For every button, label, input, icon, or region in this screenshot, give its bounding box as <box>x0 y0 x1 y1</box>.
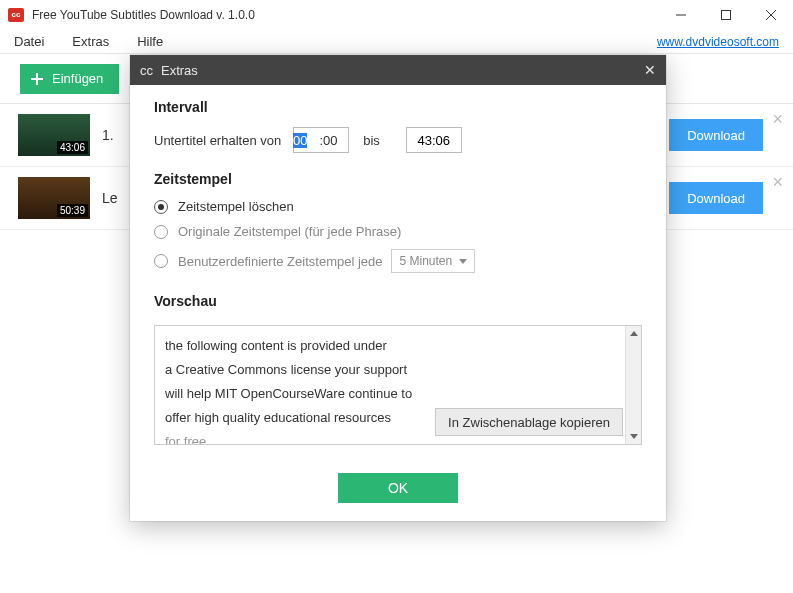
duration-badge: 50:39 <box>57 204 88 217</box>
thumbnail[interactable]: 43:06 <box>18 114 90 156</box>
radio-original-timestamps[interactable]: Originale Zeitstempel (für jede Phrase) <box>154 224 642 239</box>
scroll-down-icon <box>630 434 638 439</box>
interval-to-label: bis <box>363 133 380 148</box>
plus-icon <box>30 72 44 86</box>
dialog-close-button[interactable]: ✕ <box>632 62 656 78</box>
preview-line: will help MIT OpenCourseWare continue to <box>165 382 623 406</box>
copy-to-clipboard-button[interactable]: In Zwischenablage kopieren <box>435 408 623 436</box>
vendor-link[interactable]: www.dvdvideosoft.com <box>657 35 779 49</box>
app-icon: cc <box>140 63 153 78</box>
download-button[interactable]: Download <box>669 182 763 214</box>
minimize-button[interactable] <box>658 0 703 30</box>
window-titlebar: cc Free YouTube Subtitles Download v. 1.… <box>0 0 793 30</box>
svg-rect-1 <box>721 10 730 19</box>
radio-custom-timestamps[interactable]: Benutzerdefinierte Zeitstempel jede 5 Mi… <box>154 249 642 273</box>
timestamp-heading: Zeitstempel <box>154 171 642 187</box>
radio-icon <box>154 225 168 239</box>
ok-button[interactable]: OK <box>338 473 458 503</box>
window-title: Free YouTube Subtitles Download v. 1.0.0 <box>32 8 658 22</box>
radio-icon <box>154 254 168 268</box>
duration-badge: 43:06 <box>57 141 88 154</box>
menubar: Datei Extras Hilfe www.dvdvideosoft.com <box>0 30 793 54</box>
dialog-title: Extras <box>161 63 198 78</box>
dialog-footer: OK <box>130 459 666 521</box>
app-icon: cc <box>8 8 24 22</box>
dialog-titlebar: cc Extras ✕ <box>130 55 666 85</box>
preview-heading: Vorschau <box>154 293 642 309</box>
interval-label: Untertitel erhalten von <box>154 133 281 148</box>
start-time-input[interactable]: 00:00 <box>293 127 349 153</box>
select-value: 5 Minuten <box>400 254 453 268</box>
download-button[interactable]: Download <box>669 119 763 151</box>
radio-label: Originale Zeitstempel (für jede Phrase) <box>178 224 401 239</box>
preview-line: a Creative Commons license your support <box>165 358 623 382</box>
maximize-button[interactable] <box>703 0 748 30</box>
radio-icon <box>154 200 168 214</box>
start-time-selected: 00 <box>293 133 307 148</box>
custom-interval-select[interactable]: 5 Minuten <box>391 249 476 273</box>
scroll-up-icon <box>630 331 638 336</box>
remove-item-button[interactable]: × <box>772 110 783 128</box>
add-button[interactable]: Einfügen <box>20 64 119 94</box>
close-button[interactable] <box>748 0 793 30</box>
radio-label: Benutzerdefinierte Zeitstempel jede <box>178 254 383 269</box>
menu-hilfe[interactable]: Hilfe <box>137 34 163 49</box>
remove-item-button[interactable]: × <box>772 173 783 191</box>
interval-heading: Intervall <box>154 99 642 115</box>
interval-row: Untertitel erhalten von 00:00 bis <box>154 127 642 153</box>
scrollbar[interactable] <box>625 326 641 444</box>
menu-extras[interactable]: Extras <box>72 34 109 49</box>
radio-label: Zeitstempel löschen <box>178 199 294 214</box>
video-title-fragment: Le <box>102 190 118 206</box>
thumbnail[interactable]: 50:39 <box>18 177 90 219</box>
menu-datei[interactable]: Datei <box>14 34 44 49</box>
extras-dialog: cc Extras ✕ Intervall Untertitel erhalte… <box>130 55 666 521</box>
add-button-label: Einfügen <box>52 71 103 86</box>
radio-delete-timestamps[interactable]: Zeitstempel löschen <box>154 199 642 214</box>
preview-textarea[interactable]: the following content is provided under … <box>154 325 642 445</box>
video-title-fragment: 1. <box>102 127 114 143</box>
preview-line: the following content is provided under <box>165 334 623 358</box>
end-time-input[interactable] <box>406 127 462 153</box>
